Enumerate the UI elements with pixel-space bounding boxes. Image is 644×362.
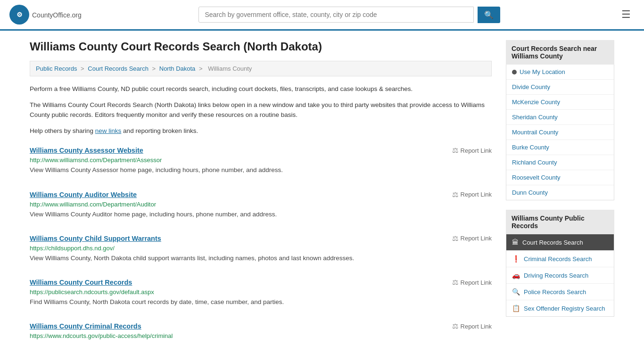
public-record-label: Sex Offender Registry Search <box>524 305 605 312</box>
search-input[interactable] <box>198 7 474 23</box>
breadcrumb-public-records[interactable]: Public Records <box>36 65 77 72</box>
report-icon: ⚖ <box>452 278 458 287</box>
nearby-county-1[interactable]: McKenzie County <box>506 95 614 110</box>
public-record-label: Criminal Records Search <box>524 255 592 263</box>
result-title-link[interactable]: Williams County Criminal Records <box>30 322 141 330</box>
public-record-link[interactable]: 🚗 Driving Records Search <box>506 267 614 283</box>
public-record-item-1[interactable]: ❗ Criminal Records Search <box>506 251 614 267</box>
nearby-county-link[interactable]: Richland County <box>506 155 614 170</box>
public-record-link[interactable]: 🔍 Police Records Search <box>506 284 614 300</box>
breadcrumb-sep-2: > <box>152 65 157 72</box>
logo-icon: ⚙ <box>9 5 29 25</box>
result-title-row: Williams County Assessor Website ⚖ Repor… <box>30 146 492 155</box>
report-link[interactable]: ⚖ Report Link <box>452 278 492 287</box>
nearby-county-7[interactable]: Dunn County <box>506 185 614 200</box>
result-title-link[interactable]: Williams County Auditor Website <box>30 191 137 198</box>
nearby-county-5[interactable]: Richland County <box>506 155 614 170</box>
nearby-county-link[interactable]: Dunn County <box>506 185 614 200</box>
use-my-location-link[interactable]: Use My Location <box>506 65 614 79</box>
breadcrumb-williams-county: Williams County <box>208 65 252 72</box>
nearby-county-link[interactable]: Roosevelt County <box>506 170 614 185</box>
nearby-county-0[interactable]: Divide County <box>506 80 614 95</box>
logo-area: ⚙ CountyOffice.org <box>9 5 82 25</box>
description-para2: The Williams County Court Records Search… <box>30 100 492 120</box>
result-item-1: Williams County Auditor Website ⚖ Report… <box>30 190 492 224</box>
report-label: Report Link <box>461 279 492 286</box>
public-records-list: 🏛 Court Records Search ❗ Criminal Record… <box>506 234 614 317</box>
desc-para3-after: and reporting broken links. <box>121 127 198 134</box>
hamburger-icon: ☰ <box>621 8 631 20</box>
public-record-item-2[interactable]: 🚗 Driving Records Search <box>506 267 614 284</box>
public-record-item-4[interactable]: 📋 Sex Offender Registry Search <box>506 300 614 316</box>
logo-text: CountyOffice.org <box>32 10 82 20</box>
nearby-county-link[interactable]: Sheridan County <box>506 110 614 124</box>
public-record-icon: 📋 <box>512 304 520 312</box>
result-desc: View Williams County Assessor home page,… <box>30 165 492 175</box>
desc-para3-before: Help others by sharing <box>30 127 95 134</box>
new-links-link[interactable]: new links <box>95 127 122 134</box>
report-link[interactable]: ⚖ Report Link <box>452 234 492 243</box>
nearby-counties-list: Use My LocationDivide CountyMcKenzie Cou… <box>506 65 614 200</box>
use-my-location-item[interactable]: Use My Location <box>506 65 614 80</box>
result-title-row: Williams County Auditor Website ⚖ Report… <box>30 190 492 199</box>
result-title-row: Williams County Criminal Records ⚖ Repor… <box>30 322 492 330</box>
main-container: Williams County Court Records Search (No… <box>16 31 628 355</box>
public-record-link[interactable]: ❗ Criminal Records Search <box>506 251 614 267</box>
nearby-county-link[interactable]: Mountrail County <box>506 125 614 140</box>
breadcrumb-court-records[interactable]: Court Records Search <box>88 65 149 72</box>
result-url: https://childsupport.dhs.nd.gov/ <box>30 245 492 252</box>
result-url: http://www.williamsnd.com/Department/Aud… <box>30 201 492 208</box>
breadcrumb-north-dakota[interactable]: North Dakota <box>159 65 196 72</box>
report-link[interactable]: ⚖ Report Link <box>452 190 492 199</box>
report-icon: ⚖ <box>452 146 458 155</box>
menu-button[interactable]: ☰ <box>618 7 635 23</box>
report-label: Report Link <box>461 147 492 154</box>
page-header: ⚙ CountyOffice.org 🔍 ☰ <box>0 0 644 31</box>
search-bar: 🔍 <box>198 7 500 23</box>
nearby-counties-section: Court Records Search near Williams Count… <box>506 40 614 200</box>
results-container: Williams County Assessor Website ⚖ Repor… <box>30 146 492 346</box>
nearby-county-4[interactable]: Burke County <box>506 140 614 155</box>
public-record-icon: 🔍 <box>512 288 520 296</box>
report-icon: ⚖ <box>452 322 458 330</box>
breadcrumb-sep-1: > <box>81 65 86 72</box>
result-title-link[interactable]: Williams County Child Support Warrants <box>30 235 161 242</box>
report-icon: ⚖ <box>452 234 458 243</box>
search-icon: 🔍 <box>484 11 494 19</box>
public-records-header: Williams County Public Records <box>506 210 614 234</box>
public-record-label: Police Records Search <box>524 288 586 296</box>
result-desc: Find Williams County, North Dakota court… <box>30 297 492 307</box>
report-label: Report Link <box>461 235 492 242</box>
report-link[interactable]: ⚖ Report Link <box>452 146 492 155</box>
breadcrumb: Public Records > Court Records Search > … <box>30 61 492 76</box>
result-item-2: Williams County Child Support Warrants ⚖… <box>30 234 492 268</box>
page-title: Williams County Court Records Search (No… <box>30 40 492 53</box>
public-record-icon: ❗ <box>512 255 520 263</box>
nearby-county-link[interactable]: Burke County <box>506 140 614 155</box>
nearby-county-link[interactable]: Divide County <box>506 80 614 94</box>
result-url: https://publicsearch.ndcourts.gov/defaul… <box>30 288 492 296</box>
public-record-icon: 🚗 <box>512 272 520 279</box>
nearby-county-2[interactable]: Sheridan County <box>506 110 614 125</box>
result-title-row: Williams County Child Support Warrants ⚖… <box>30 234 492 243</box>
public-record-link[interactable]: 📋 Sex Offender Registry Search <box>506 300 614 316</box>
public-record-icon: 🏛 <box>512 239 519 246</box>
description-para3: Help others by sharing new links and rep… <box>30 126 492 136</box>
report-icon: ⚖ <box>452 190 458 199</box>
nearby-county-link[interactable]: McKenzie County <box>506 95 614 109</box>
public-records-section: Williams County Public Records 🏛 Court R… <box>506 210 614 317</box>
public-record-link[interactable]: 🏛 Court Records Search <box>506 234 614 250</box>
nearby-county-6[interactable]: Roosevelt County <box>506 170 614 185</box>
logo-name: CountyOffice <box>32 11 70 19</box>
breadcrumb-sep-3: > <box>199 65 204 72</box>
result-desc: View Williams County Auditor home page, … <box>30 210 492 219</box>
report-label: Report Link <box>461 191 492 198</box>
public-record-item-3[interactable]: 🔍 Police Records Search <box>506 284 614 300</box>
result-title-link[interactable]: Williams County Court Records <box>30 279 132 286</box>
nearby-county-3[interactable]: Mountrail County <box>506 125 614 140</box>
search-button[interactable]: 🔍 <box>478 7 500 23</box>
public-record-item-0[interactable]: 🏛 Court Records Search <box>506 234 614 251</box>
report-link[interactable]: ⚖ Report Link <box>452 322 492 330</box>
result-title-link[interactable]: Williams County Assessor Website <box>30 147 143 154</box>
result-item-3: Williams County Court Records ⚖ Report L… <box>30 278 492 312</box>
